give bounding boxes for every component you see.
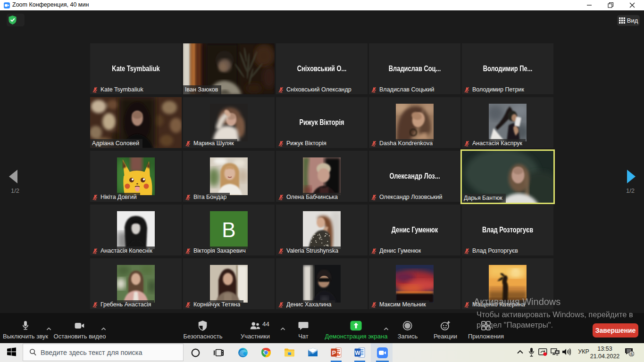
svg-text:W: W <box>355 350 360 356</box>
svg-text:B: B <box>222 218 235 241</box>
svg-text:6: 6 <box>630 352 633 356</box>
svg-text:P: P <box>332 350 336 356</box>
